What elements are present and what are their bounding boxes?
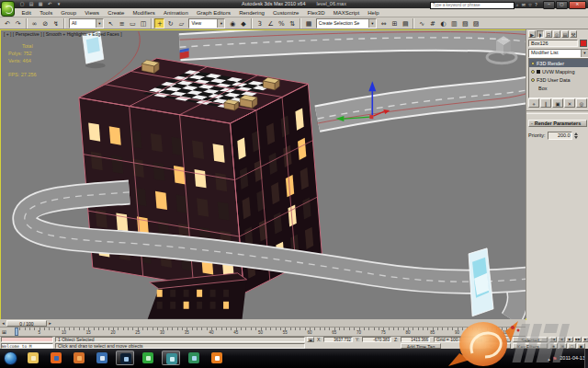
key-mode-dropdown[interactable]: Selected — [513, 337, 548, 342]
zoom-extents-icon[interactable]: ▢ — [568, 343, 576, 349]
viewport-label[interactable]: [ + ] [ Perspective ] [ Smooth + Highlig… — [4, 31, 122, 37]
snaps-toggle-icon[interactable]: 3 — [254, 18, 265, 29]
perspective-viewport[interactable]: [ + ] [ Perspective ] [ Smooth + Highlig… — [0, 29, 526, 320]
select-rotate-icon[interactable]: ↻ — [165, 18, 175, 29]
time-slider-next-arrow[interactable]: ▸ — [47, 320, 53, 326]
set-key-button[interactable]: Set Key — [485, 343, 511, 349]
help-icon[interactable]: ? — [535, 2, 537, 8]
selection-filter-dropdown[interactable]: All▾ — [69, 18, 104, 29]
reference-coordinate-dropdown[interactable]: View▾ — [188, 18, 225, 29]
go-to-start-icon[interactable]: |◀ — [549, 337, 557, 342]
mirror-icon[interactable]: ⇔ — [379, 18, 389, 29]
absolute-mode-toggle[interactable]: ▣ — [307, 337, 314, 342]
mini-curve-editor-icon[interactable]: ⊞ — [2, 328, 6, 335]
object-color-swatch[interactable] — [580, 40, 587, 47]
select-manipulate-icon[interactable]: ◆ — [239, 18, 249, 29]
taskbar-photoshop[interactable] — [116, 351, 134, 365]
menu-rendering[interactable]: Rendering — [235, 8, 269, 17]
zoom-extents-all-icon[interactable]: ▣ — [577, 343, 585, 349]
menu-tools[interactable]: Tools — [36, 8, 57, 17]
z-coord-field[interactable]: 1413.366 — [401, 337, 430, 342]
key-filters-button[interactable]: Key Filters... — [513, 343, 548, 349]
show-end-result-icon[interactable]: ∥ — [540, 98, 551, 108]
lightbulb-icon[interactable] — [531, 78, 535, 82]
communication-center-icon[interactable]: ✉ — [522, 2, 526, 8]
taskbar-explorer[interactable] — [24, 351, 42, 365]
time-slider-handle[interactable]: 0 / 100 — [6, 320, 47, 327]
menu-edit[interactable]: Edit — [17, 8, 36, 17]
material-editor-icon[interactable]: ◐ — [438, 18, 448, 29]
stack-item-box[interactable]: Box — [529, 84, 588, 92]
menu-animation[interactable]: Animation — [159, 8, 192, 17]
close-button[interactable]: ✕ — [569, 1, 586, 9]
rectangular-region-icon[interactable]: ▭ — [128, 18, 138, 29]
track-bar-cursor[interactable] — [15, 328, 18, 336]
taskbar-vlc[interactable] — [208, 351, 226, 365]
priority-field[interactable]: 200.0 — [548, 132, 572, 140]
play-icon[interactable]: ▶ — [566, 337, 573, 342]
modifier-list-dropdown[interactable]: Modifier List ▾ — [528, 49, 588, 58]
menu-graph-editors[interactable]: Graph Editors — [192, 8, 234, 17]
motion-tab-icon[interactable]: ◎ — [553, 30, 560, 38]
named-selection-dropdown[interactable]: Create Selection Se▾ — [316, 18, 377, 29]
maxscript-mini-listener[interactable]: Welcome to M — [1, 343, 53, 349]
lightbulb-icon[interactable] — [531, 62, 535, 65]
pin-stack-icon[interactable]: ⌖ — [528, 98, 539, 108]
create-tab-icon[interactable]: ▶ — [528, 30, 536, 38]
angle-snap-icon[interactable]: ∠ — [266, 18, 276, 29]
window-crossing-icon[interactable]: ◫ — [139, 18, 149, 29]
track-bar[interactable]: ⊞ 51015202530354045505560657075808590951… — [0, 328, 526, 337]
time-slider-prev-arrow[interactable]: ◂ — [0, 320, 6, 326]
previous-frame-icon[interactable]: ◀ — [558, 337, 565, 342]
minimize-button[interactable]: – — [543, 1, 555, 9]
make-unique-icon[interactable]: ▣ — [552, 98, 563, 108]
percent-snap-icon[interactable]: % — [277, 18, 287, 29]
select-link-icon[interactable]: ∞ — [29, 18, 40, 29]
crate[interactable] — [240, 95, 257, 108]
next-frame-icon[interactable]: ▶▶ — [574, 337, 582, 342]
scene-canvas[interactable] — [1, 30, 526, 319]
add-time-tag[interactable]: Add Time Tag — [401, 343, 441, 349]
schematic-view-icon[interactable]: # — [427, 18, 437, 29]
maximize-button[interactable]: ▢ — [556, 1, 568, 9]
configure-sets-icon[interactable]: ◎ — [576, 98, 587, 108]
zoom-icon[interactable]: ⊕ — [549, 343, 558, 349]
billboard-bottom-right[interactable] — [469, 248, 493, 316]
lightbulb-icon[interactable] — [531, 70, 535, 74]
modify-tab-icon[interactable]: ◗ — [537, 30, 544, 38]
menu-modifiers[interactable]: Modifiers — [129, 8, 160, 17]
taskbar-firefox[interactable] — [47, 351, 65, 365]
quick-render-icon[interactable]: ▨ — [470, 18, 481, 29]
remove-modifier-icon[interactable]: ✕ — [564, 98, 575, 108]
stack-item-f3d-render[interactable]: F3D Render — [529, 59, 588, 67]
crate[interactable] — [141, 60, 159, 73]
crate[interactable] — [224, 99, 239, 110]
render-parameters-rollout-header[interactable]: - Render Parameters — [528, 120, 587, 127]
stack-item-f3d-user-data[interactable]: F3D User Data — [529, 75, 588, 84]
auto-key-button[interactable]: Auto Key — [485, 337, 511, 342]
zoom-all-icon[interactable]: ⊞ — [559, 343, 567, 349]
favorites-icon[interactable]: ☆ — [528, 2, 532, 8]
taskbar-3dsmax[interactable] — [162, 351, 180, 365]
unlink-icon[interactable]: ⊘ — [40, 18, 51, 29]
curve-editor-icon[interactable]: ∿ — [417, 18, 427, 29]
maxscript-mini-listener-macro[interactable] — [1, 337, 53, 342]
select-move-icon[interactable]: + — [154, 18, 164, 29]
billboard-top-left[interactable] — [83, 31, 106, 68]
application-menu-button[interactable] — [1, 1, 15, 17]
display-tab-icon[interactable]: ▤ — [561, 30, 569, 38]
roof-sign[interactable] — [180, 48, 189, 59]
rendered-frame-icon[interactable]: ▧ — [460, 18, 470, 29]
use-pivot-center-icon[interactable]: ◉ — [228, 18, 238, 29]
select-object-icon[interactable]: ↖ — [106, 18, 116, 29]
spinner-snap-icon[interactable]: ⇅ — [288, 18, 298, 29]
gizmo-toggle-icon[interactable] — [537, 70, 540, 74]
layer-manager-icon[interactable]: ▤ — [401, 18, 411, 29]
align-icon[interactable]: ⊞ — [390, 18, 400, 29]
show-desktop-button[interactable] — [584, 349, 588, 368]
lock-selection-icon[interactable] — [477, 337, 483, 342]
edit-named-selections-icon[interactable]: ▦ — [303, 18, 313, 29]
render-setup-icon[interactable]: ▥ — [449, 18, 459, 29]
redo-icon[interactable]: ↷ — [13, 18, 23, 29]
taskbar-globe-app[interactable] — [185, 351, 203, 365]
